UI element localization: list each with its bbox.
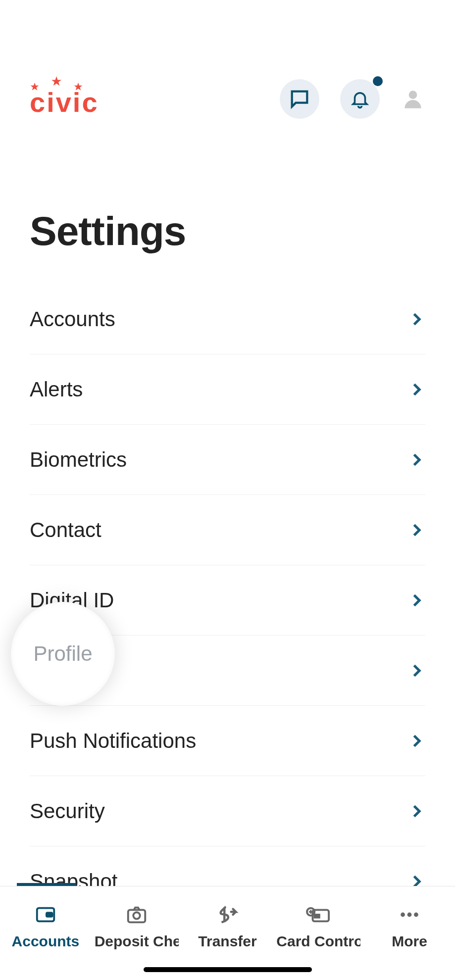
chevron-right-icon (407, 662, 425, 680)
home-indicator[interactable] (144, 967, 312, 972)
svg-point-7 (401, 913, 405, 917)
tab-label: More (392, 933, 427, 950)
chevron-right-icon (407, 310, 425, 328)
camera-icon (125, 903, 148, 926)
tab-label: Card Controls (276, 933, 360, 950)
app-header: civic (0, 0, 455, 139)
list-item-label: Alerts (30, 378, 83, 401)
settings-item-alerts[interactable]: Alerts (30, 354, 425, 425)
svg-point-3 (133, 912, 140, 919)
notification-dot (373, 76, 383, 86)
chevron-right-icon (407, 451, 425, 469)
tab-more[interactable]: More (364, 886, 455, 980)
settings-item-accounts[interactable]: Accounts (30, 284, 425, 354)
card-controls-icon (305, 903, 332, 926)
settings-item-push-notifications[interactable]: Push Notifications (30, 706, 425, 776)
wallet-icon (34, 903, 57, 926)
profile-button[interactable] (401, 87, 425, 111)
settings-item-contact[interactable]: Contact (30, 495, 425, 565)
chevron-right-icon (407, 521, 425, 539)
chat-icon (288, 88, 311, 110)
settings-item-digital-id[interactable]: Digital ID (30, 565, 425, 636)
tab-label: Transfer (198, 933, 256, 950)
chevron-right-icon (407, 591, 425, 609)
svg-point-9 (414, 913, 418, 917)
list-item-label: Security (30, 799, 105, 823)
header-actions (280, 79, 425, 119)
transfer-icon (216, 903, 239, 926)
svg-point-8 (407, 913, 412, 917)
chevron-right-icon (407, 802, 425, 820)
notifications-button[interactable] (340, 79, 380, 119)
tab-label: Deposit Check (95, 933, 179, 950)
svg-rect-1 (47, 913, 52, 917)
tab-card-controls[interactable]: Card Controls (273, 886, 364, 980)
tab-accounts[interactable]: Accounts (0, 886, 91, 980)
list-item-label: Contact (30, 518, 101, 542)
chat-button[interactable] (280, 79, 319, 119)
settings-item-security[interactable]: Security (30, 776, 425, 846)
chevron-right-icon (407, 381, 425, 398)
tab-deposit-check[interactable]: Deposit Check (91, 886, 182, 980)
settings-list: Accounts Alerts Biometrics Contact Digit… (0, 284, 455, 917)
star-icon (51, 75, 62, 87)
more-icon (398, 903, 421, 926)
list-item-label: Biometrics (30, 448, 127, 472)
chevron-right-icon (407, 732, 425, 750)
list-item-label: Profile (30, 659, 89, 683)
svg-rect-5 (315, 915, 320, 918)
page-title: Settings (0, 139, 455, 284)
list-item-label: Digital ID (30, 588, 114, 612)
bell-icon (350, 89, 370, 109)
brand-text: civic (30, 89, 99, 116)
brand-logo: civic (30, 82, 99, 116)
list-item-label: Accounts (30, 307, 115, 331)
list-item-label: Push Notifications (30, 729, 196, 753)
tab-label: Accounts (12, 933, 80, 950)
tab-transfer[interactable]: Transfer (182, 886, 273, 980)
settings-item-biometrics[interactable]: Biometrics (30, 425, 425, 495)
profile-icon (401, 87, 425, 111)
settings-item-profile[interactable]: Profile (30, 636, 425, 706)
bottom-tabbar: Accounts Deposit Check Transfer Card Con… (0, 886, 455, 980)
